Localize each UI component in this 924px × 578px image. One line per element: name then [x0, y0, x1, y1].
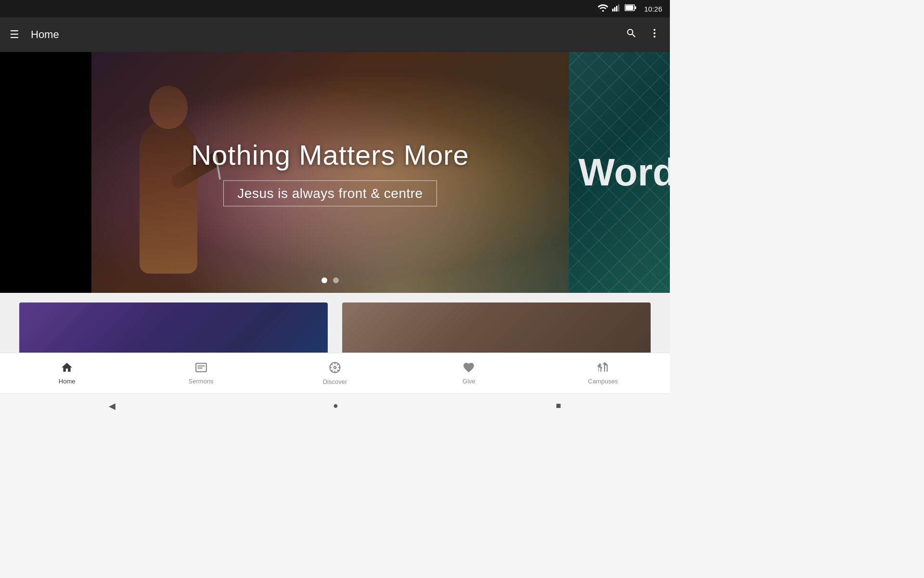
carousel-right-title: Word	[578, 150, 670, 195]
nav-item-sermons[interactable]: Sermons	[134, 357, 268, 389]
svg-point-9	[654, 32, 655, 34]
nav-item-home[interactable]: Home	[0, 357, 134, 389]
wifi-icon	[598, 4, 608, 13]
nav-label-campuses: Campuses	[588, 378, 618, 385]
svg-point-10	[654, 36, 655, 38]
carousel-main-slide[interactable]: Nothing Matters More Jesus is always fro…	[91, 52, 569, 293]
carousel-dot-1[interactable]	[321, 277, 327, 283]
app-bar-actions	[626, 27, 660, 42]
bottom-navigation: Home Sermons	[0, 353, 670, 393]
carousel-subtitle: Jesus is always front & centre	[223, 181, 436, 207]
svg-rect-1	[612, 9, 614, 12]
carousel-text-overlay: Nothing Matters More Jesus is always fro…	[162, 139, 499, 207]
android-back-button[interactable]: ◀	[109, 401, 116, 411]
home-icon	[61, 361, 73, 376]
svg-line-20	[337, 370, 338, 371]
svg-rect-24	[604, 367, 605, 368]
svg-rect-7	[635, 6, 636, 9]
performer-head	[149, 86, 188, 129]
svg-point-0	[602, 10, 604, 12]
svg-point-8	[654, 29, 655, 31]
app-bar-title: Home	[31, 28, 626, 41]
carousel-dots	[321, 277, 339, 283]
menu-button[interactable]: ☰	[10, 28, 19, 41]
svg-rect-12	[197, 368, 203, 368]
status-bar: 10:26	[0, 0, 670, 17]
svg-rect-23	[601, 367, 602, 368]
nav-label-discover: Discover	[323, 378, 347, 385]
nav-item-give[interactable]: Give	[402, 357, 536, 389]
svg-line-22	[337, 364, 338, 365]
svg-rect-6	[626, 5, 633, 10]
nav-label-home: Home	[59, 378, 76, 385]
nav-label-give: Give	[462, 378, 475, 385]
campuses-icon	[597, 361, 609, 376]
svg-rect-2	[614, 7, 616, 12]
svg-rect-11	[197, 366, 205, 367]
discover-icon	[328, 361, 342, 376]
carousel-right-slide[interactable]: Word	[569, 52, 670, 293]
android-recent-button[interactable]: ■	[556, 401, 561, 411]
nav-item-discover[interactable]: Discover	[268, 357, 402, 389]
nav-item-campuses[interactable]: Campuses	[536, 357, 670, 389]
svg-line-19	[332, 364, 333, 365]
carousel-title: Nothing Matters More	[162, 139, 499, 171]
more-options-icon[interactable]	[649, 27, 660, 42]
nav-label-sermons: Sermons	[189, 378, 214, 385]
android-home-button[interactable]: ●	[333, 401, 338, 411]
svg-rect-3	[616, 6, 617, 12]
signal-icon	[612, 4, 621, 13]
status-time: 10:26	[644, 5, 662, 13]
sermons-icon	[195, 361, 207, 376]
app-bar: ☰ Home	[0, 17, 670, 52]
android-nav-bar: ◀ ● ■	[0, 393, 670, 418]
search-icon[interactable]	[626, 27, 637, 42]
give-icon	[462, 361, 475, 376]
carousel: Nothing Matters More Jesus is always fro…	[0, 52, 670, 293]
battery-icon	[625, 4, 636, 13]
svg-line-21	[332, 370, 333, 371]
carousel-dot-2[interactable]	[333, 277, 339, 283]
svg-rect-4	[618, 4, 619, 12]
svg-point-14	[334, 367, 336, 369]
carousel-left-black	[0, 52, 91, 293]
